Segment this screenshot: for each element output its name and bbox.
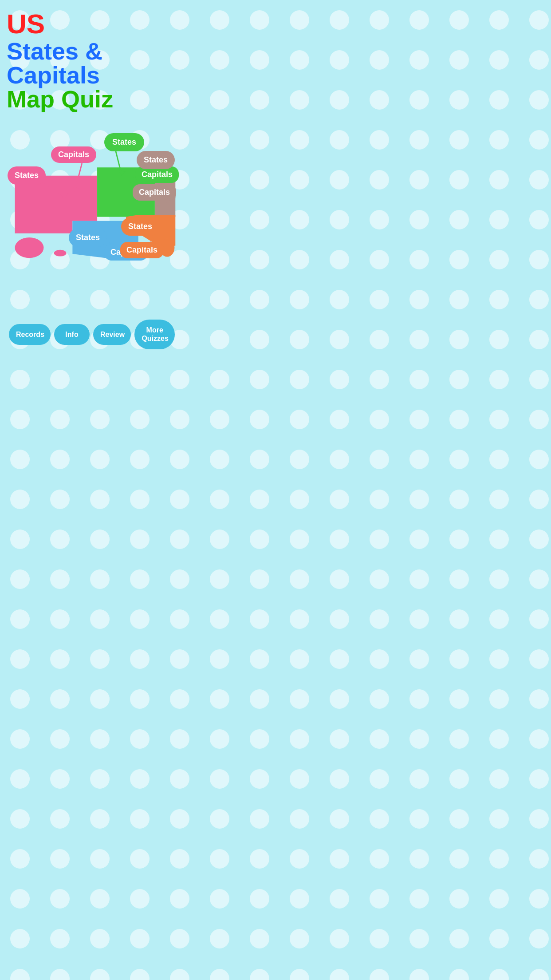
blue-states-bubble[interactable]: States — [69, 229, 107, 247]
green-states-bubble[interactable]: States — [104, 133, 144, 151]
brown-states-bubble[interactable]: States — [137, 151, 175, 169]
orange-capitals-bubble[interactable]: Capitals — [120, 242, 164, 258]
title-map-quiz: Map Quiz — [7, 87, 177, 111]
bottom-nav: Records Info Review More Quizzes — [7, 311, 177, 358]
alaska-region[interactable] — [15, 237, 44, 258]
title-us: US — [7, 9, 177, 39]
orange-states-bubble[interactable]: States — [121, 217, 159, 236]
title-states-capitals: States & Capitals — [7, 39, 177, 87]
pink-capitals-bubble[interactable]: Capitals — [51, 146, 96, 163]
brown-capitals-bubble[interactable]: Capitals — [133, 184, 176, 201]
hawaii-region[interactable] — [54, 250, 67, 257]
map-section: States Capitals States Capitals States C… — [7, 115, 177, 302]
more-quizzes-button[interactable]: More Quizzes — [134, 320, 175, 349]
pink-states-bubble[interactable]: States — [8, 166, 46, 185]
review-button[interactable]: Review — [93, 324, 131, 345]
records-button[interactable]: Records — [9, 324, 51, 345]
us-map — [7, 115, 177, 302]
title-section: US States & Capitals Map Quiz — [7, 9, 177, 111]
info-button[interactable]: Info — [54, 324, 90, 345]
